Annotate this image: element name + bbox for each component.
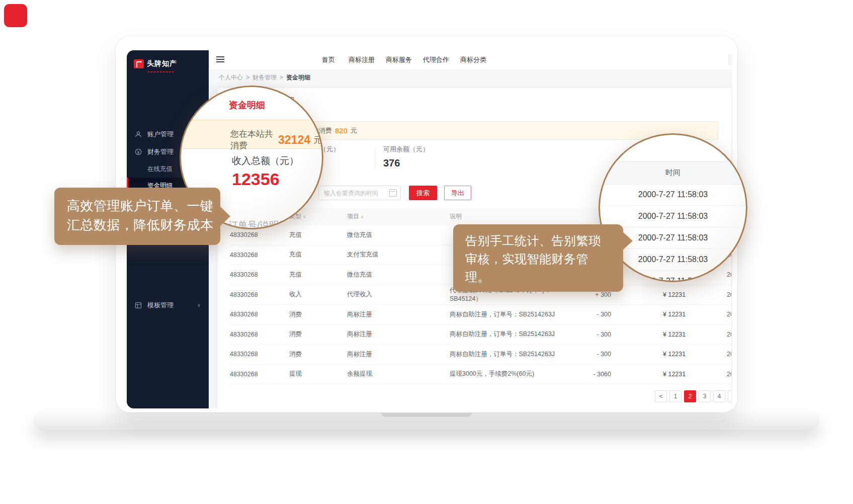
cell-time: 2000-7-27 11:58:03 bbox=[709, 351, 731, 358]
logo[interactable]: 头牌知产 bbox=[134, 56, 204, 71]
cell-order: 48330268 bbox=[230, 271, 289, 278]
tooltip-line: 理。 bbox=[465, 268, 601, 286]
cell-order: 48330268 bbox=[230, 231, 289, 238]
pagination-page-4[interactable]: 4 bbox=[713, 390, 725, 402]
pagination-page-2-active[interactable]: 2 bbox=[684, 390, 696, 402]
col-label: 项目 bbox=[347, 213, 359, 220]
logo-mark-icon bbox=[134, 59, 144, 68]
tooltip-line: 汇总数据，降低财务成本 bbox=[67, 215, 214, 234]
pagination-page-3[interactable]: 3 bbox=[699, 390, 711, 402]
export-button[interactable]: 导出 bbox=[444, 186, 471, 200]
stat-label: 可用余额（元） bbox=[383, 145, 429, 154]
cell-time: 2000-7-27 11:58:03 bbox=[709, 331, 731, 338]
cell-balance: ¥ 12231 bbox=[654, 311, 709, 318]
cell-amount: - 300 bbox=[583, 351, 654, 358]
tooltip-line: 高效管理账户订单、一键 bbox=[67, 196, 214, 215]
table-row: 48330268消费商标注册商标自助注册，订单号：SB2514263J- 300… bbox=[230, 325, 731, 345]
breadcrumb-separator: > bbox=[246, 74, 249, 81]
cell-item: 微信充值 bbox=[347, 271, 450, 279]
stat-value: 376 bbox=[383, 157, 429, 169]
pagination: < 1 2 3 4 5 bbox=[655, 390, 731, 402]
magnified-stat-value: 12356 bbox=[232, 170, 280, 189]
magnified-time-row: 2000-7-27 11:58:03 bbox=[600, 205, 746, 227]
sidebar-item-templates[interactable]: 模板管理 ∨ bbox=[127, 297, 209, 313]
sidebar-item-label: 财务管理 bbox=[147, 147, 174, 156]
cell-amount: + 300 bbox=[583, 291, 654, 298]
tooltip-line: 审核，实现智能财务管 bbox=[465, 250, 601, 268]
cell-desc: 商标自助注册，订单号：SB2514263J bbox=[450, 350, 583, 359]
cell-type: 充值 bbox=[289, 250, 347, 259]
col-type[interactable]: 类型∨ bbox=[289, 212, 347, 221]
cell-item: 代理收入 bbox=[347, 290, 450, 299]
breadcrumb-bar: 个人中心 > 财务管理 > 资金明细 bbox=[209, 69, 732, 86]
cell-order: 48330268 bbox=[230, 251, 289, 259]
cell-amount: - 300 bbox=[583, 311, 654, 318]
pagination-page-1[interactable]: 1 bbox=[669, 390, 681, 402]
divider bbox=[375, 147, 375, 169]
cell-time: 2000-7-27 11:58:03 bbox=[709, 291, 731, 298]
cell-order: 48330268 bbox=[230, 351, 289, 358]
magnified-banner-prefix: 您在本站共消费 bbox=[230, 128, 275, 151]
table-row: 48330268消费商标注册商标自助注册，订单号：SB2514263J- 300… bbox=[230, 345, 731, 365]
magnified-stat-label: 收入总额（元） bbox=[232, 154, 299, 167]
cell-item: 微信充值 bbox=[347, 231, 450, 239]
breadcrumb-item[interactable]: 财务管理 bbox=[252, 73, 277, 82]
pagination-prev[interactable]: < bbox=[655, 390, 667, 402]
cell-desc: 提现3000元，手续费2%(60元) bbox=[450, 370, 583, 378]
breadcrumb-current: 资金明细 bbox=[286, 73, 310, 82]
tooltip-arrow bbox=[622, 231, 633, 250]
magnified-time-header: 时间 bbox=[600, 161, 746, 185]
cell-item: 商标注册 bbox=[347, 310, 450, 319]
trademark-search-input[interactable] bbox=[728, 54, 732, 65]
cell-type: 收入 bbox=[289, 290, 347, 299]
calendar-icon[interactable] bbox=[389, 189, 397, 197]
breadcrumb-separator: > bbox=[280, 74, 283, 81]
breadcrumb: 个人中心 > 财务管理 > 资金明细 bbox=[219, 69, 310, 86]
cell-type: 提现 bbox=[289, 370, 347, 378]
date-query-input[interactable] bbox=[318, 186, 401, 200]
sidebar-item-label: 模板管理 bbox=[147, 301, 174, 310]
cell-item: 余额提现 bbox=[347, 370, 450, 378]
tooltip-right: 告别手工统计、告别繁琐 审核，实现智能财务管 理。 bbox=[453, 224, 623, 292]
cell-desc: 商标自助注册，订单号：SB2514263J bbox=[450, 310, 583, 319]
cell-order: 48330268 bbox=[230, 291, 289, 298]
cell-item: 支付宝充值 bbox=[347, 250, 450, 259]
cell-order: 48330268 bbox=[230, 331, 289, 338]
banner-suffix: 元 bbox=[351, 126, 357, 135]
table-row: 48330268提现余额提现提现3000元，手续费2%(60元)- 3060¥ … bbox=[230, 365, 731, 385]
nav-item-trademark-register[interactable]: 商标注册 bbox=[349, 50, 375, 69]
laptop-base-notch bbox=[381, 412, 472, 417]
magnified-tab-label: 资金明细 bbox=[229, 99, 265, 111]
nav-item-agency[interactable]: 代理合作 bbox=[423, 50, 449, 69]
chevron-down-icon: ∨ bbox=[197, 302, 201, 308]
magnified-banner-text: 您在本站共消费 32124 元 bbox=[230, 128, 322, 151]
pagination-page-5[interactable]: 5 bbox=[728, 390, 731, 402]
cell-amount: - 3060 bbox=[583, 371, 654, 378]
cell-time: 2000-7-27 11:58:03 bbox=[709, 311, 731, 318]
cell-desc: 商标自助注册，订单号：SB2514263J bbox=[450, 330, 583, 339]
cell-balance: ¥ 12231 bbox=[654, 331, 709, 338]
cell-type: 充值 bbox=[289, 271, 347, 279]
sidebar-item-label: 账户管理 bbox=[147, 130, 174, 139]
logo-tagline bbox=[148, 71, 174, 72]
cell-type: 充值 bbox=[289, 231, 347, 239]
search-button[interactable]: 搜索 bbox=[409, 186, 437, 200]
cell-type: 消费 bbox=[289, 310, 347, 319]
logo-text: 头牌知产 bbox=[147, 59, 177, 68]
nav-item-trademark-category[interactable]: 商标分类 bbox=[460, 50, 486, 69]
col-item[interactable]: 项目∨ bbox=[347, 212, 450, 221]
cell-order: 48330268 bbox=[230, 311, 289, 318]
hamburger-menu-icon[interactable] bbox=[216, 56, 224, 62]
breadcrumb-item[interactable]: 个人中心 bbox=[219, 73, 243, 82]
cell-order: 48330268 bbox=[230, 371, 289, 378]
cell-balance: ¥ 12231 bbox=[654, 351, 709, 358]
magnified-time-row: 2000-7-27 11:58:03 bbox=[600, 184, 746, 206]
cell-balance: ¥ 12231 bbox=[654, 291, 709, 298]
nav-item-home[interactable]: 首页 bbox=[322, 50, 335, 69]
cell-type: 消费 bbox=[289, 330, 347, 339]
cell-type: 消费 bbox=[289, 350, 347, 359]
brand-color-chip bbox=[4, 4, 27, 27]
banner-amount: 820 bbox=[335, 126, 348, 135]
nav-item-trademark-service[interactable]: 商标服务 bbox=[386, 50, 412, 69]
cell-item: 商标注册 bbox=[347, 350, 450, 359]
